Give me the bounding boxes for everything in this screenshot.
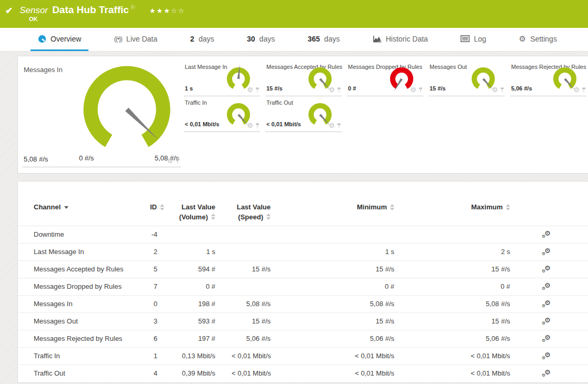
- table-row[interactable]: Messages Accepted by Rules 5 594 # 15 #/…: [18, 260, 588, 278]
- cell-channel: Traffic Out: [18, 365, 150, 382]
- tab-historic-data[interactable]: Historic Data: [365, 28, 435, 51]
- tab-30-days[interactable]: 30 days: [240, 28, 282, 51]
- channel-settings-icon[interactable]: ⚙⚙: [542, 300, 552, 308]
- column-header-id[interactable]: ID: [150, 201, 173, 226]
- gauge-cell[interactable]: Messages Accepted by Rules 15 #/s ⚙: [265, 60, 342, 96]
- cell-channel: Last Message In: [18, 243, 150, 260]
- tab-2-days[interactable]: 2 days: [183, 28, 221, 51]
- cell-minimum: 0 #: [286, 278, 405, 295]
- tab-overview[interactable]: Overview: [31, 28, 88, 51]
- cell-maximum: [405, 226, 521, 243]
- gauge-cell[interactable]: Messages Rejected by Rules 5,06 #/s ⚙: [510, 60, 586, 96]
- column-label-line2: (Speed): [238, 213, 263, 221]
- table-row[interactable]: Messages Dropped by Rules 7 0 # 0 # 0 # …: [18, 278, 588, 295]
- pin-icon[interactable]: [418, 87, 423, 93]
- sort-desc-icon[interactable]: [64, 206, 68, 209]
- gauge-cell[interactable]: Last Message In 1 s ⚙: [184, 60, 260, 96]
- channel-settings-icon[interactable]: ⚙⚙: [542, 352, 552, 360]
- gear-icon[interactable]: ⚙: [247, 86, 253, 93]
- column-header-last-value-volume-[interactable]: Last Value(Volume): [173, 201, 231, 226]
- column-label: Minimum: [357, 203, 387, 211]
- cell-id: -4: [150, 226, 173, 243]
- sort-icon[interactable]: [211, 214, 215, 220]
- table-row[interactable]: Messages Out 3 593 # 15 #/s 15 #/s 15 #/…: [18, 312, 588, 330]
- pin-icon[interactable]: [337, 123, 341, 128]
- pin-icon[interactable]: [255, 123, 260, 128]
- column-header-last-value-speed-[interactable]: Last Value(Speed): [231, 201, 286, 226]
- pin-icon[interactable]: [175, 158, 180, 164]
- pin-icon[interactable]: [255, 87, 260, 93]
- sort-icon[interactable]: [506, 204, 510, 210]
- table-row[interactable]: Messages Rejected by Rules 6 197 # 5,06 …: [18, 330, 588, 347]
- tab-label: days: [198, 35, 214, 43]
- tab-live-data[interactable]: ((•)) Live Data: [107, 28, 165, 51]
- tab-prefix: 2: [190, 35, 194, 43]
- channel-settings-icon[interactable]: ⚙⚙: [542, 282, 552, 290]
- gauge-cell[interactable]: Messages Dropped by Rules 0 # ⚙: [347, 60, 423, 96]
- primary-gauge-cell[interactable]: Messages In 0 #/s 5,08 #/s 5,08 #/s ⚙: [22, 60, 181, 167]
- column-header-minimum[interactable]: Minimum: [286, 201, 405, 226]
- gear-icon[interactable]: ⚙: [247, 122, 253, 129]
- gauge-cell[interactable]: Traffic In < 0,01 Mbit/s ⚙: [184, 96, 260, 132]
- tab-log[interactable]: Log: [453, 28, 493, 51]
- channel-settings-icon[interactable]: ⚙⚙: [542, 369, 552, 377]
- cell-maximum: 15 #/s: [405, 260, 521, 278]
- cell-channel: Traffic In: [18, 347, 150, 365]
- channel-settings-icon[interactable]: ⚙⚙: [542, 248, 552, 256]
- cell-last-value-speed: 5,06 #/s: [231, 330, 286, 347]
- table-header-row: ChannelIDLast Value(Volume)Last Value(Sp…: [18, 201, 588, 226]
- cell-minimum: < 0,01 Mbit/s: [286, 365, 405, 382]
- tab-label: days: [260, 35, 275, 43]
- table-row[interactable]: Downtime -4 ⚙⚙: [18, 226, 588, 243]
- sort-icon[interactable]: [390, 204, 394, 210]
- gauge-value: 5,06 #/s: [511, 85, 532, 92]
- cell-id: 2: [150, 243, 173, 260]
- gear-icon[interactable]: ⚙: [328, 86, 335, 93]
- cell-maximum: < 0,01 Mbit/s: [405, 347, 521, 365]
- cell-last-value-volume: 0,13 Mbit/s: [173, 347, 231, 365]
- channel-settings-icon[interactable]: ⚙⚙: [542, 265, 552, 273]
- gauge-cell-actions: ⚙: [492, 86, 504, 93]
- column-header-channel[interactable]: Channel: [18, 201, 150, 226]
- cell-last-value-volume: 594 #: [173, 260, 231, 278]
- tab-label: Live Data: [126, 35, 157, 43]
- gear-icon[interactable]: ⚙: [492, 86, 498, 93]
- gauge-cell[interactable]: Traffic Out < 0,01 Mbit/s ⚙: [265, 96, 342, 132]
- pin-icon[interactable]: [582, 87, 586, 93]
- live-icon: ((•)): [114, 35, 122, 43]
- cell-actions: ⚙⚙: [521, 312, 588, 330]
- column-header-actions[interactable]: [521, 201, 588, 226]
- table-row[interactable]: Traffic Out 4 0,39 Mbit/s < 0,01 Mbit/s …: [18, 365, 588, 382]
- object-kind-label: Sensor: [19, 5, 48, 16]
- gauge-value: 1 s: [185, 85, 193, 92]
- channel-settings-icon[interactable]: ⚙⚙: [542, 317, 552, 325]
- table-row[interactable]: Last Message In 2 1 s 1 s 2 s ⚙⚙: [18, 243, 588, 260]
- gear-icon[interactable]: ⚙: [167, 157, 173, 164]
- sort-icon[interactable]: [266, 214, 271, 220]
- gear-icon[interactable]: ⚙: [410, 86, 416, 93]
- gauge-value: 0 #: [348, 85, 356, 92]
- gauge-arc: [230, 106, 247, 123]
- cell-maximum: 2 s: [405, 243, 521, 260]
- cell-last-value-speed: [231, 278, 286, 295]
- cell-actions: ⚙⚙: [521, 226, 588, 243]
- gear-icon[interactable]: ⚙: [328, 122, 335, 129]
- gauge-cell[interactable]: Messages Out 15 #/s ⚙: [428, 60, 505, 96]
- gauge-arc: [474, 70, 492, 87]
- channel-settings-icon[interactable]: ⚙⚙: [542, 230, 552, 238]
- pin-icon[interactable]: [337, 87, 341, 93]
- gear-icon[interactable]: ⚙: [573, 86, 580, 93]
- sort-icon[interactable]: [160, 204, 164, 210]
- table-row[interactable]: Messages In 0 198 # 5,08 #/s 5,08 #/s 5,…: [18, 295, 588, 312]
- gauge-arc: [556, 70, 574, 87]
- channel-settings-icon[interactable]: ⚙⚙: [542, 335, 552, 342]
- small-gauges-grid: Last Message In 1 s ⚙ Messages Accepted …: [184, 60, 586, 132]
- priority-stars[interactable]: ★★★☆☆: [150, 7, 185, 15]
- cell-actions: ⚙⚙: [521, 243, 588, 260]
- tab-settings[interactable]: ⚙ Settings: [512, 28, 564, 51]
- priority-flag-icon[interactable]: ⚐: [131, 4, 136, 11]
- column-header-maximum[interactable]: Maximum: [405, 201, 521, 226]
- tab-365-days[interactable]: 365 days: [300, 28, 347, 51]
- pin-icon[interactable]: [500, 87, 504, 93]
- table-row[interactable]: Traffic In 1 0,13 Mbit/s < 0,01 Mbit/s <…: [18, 347, 588, 365]
